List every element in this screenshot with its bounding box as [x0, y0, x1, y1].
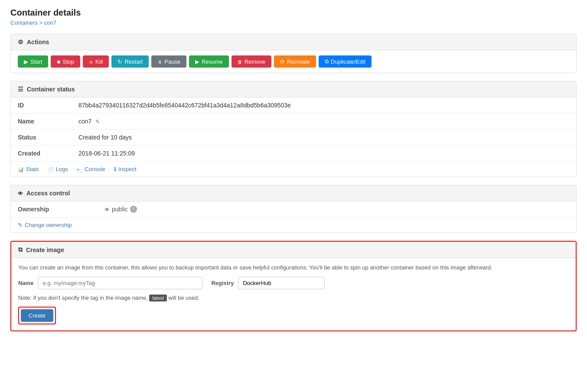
container-status-section: Container status ID 87bb4a279340116327d2…	[10, 81, 577, 177]
restart-button[interactable]: Restart	[111, 55, 149, 68]
tab-inspect-label: Inspect	[118, 166, 137, 172]
recreate-button[interactable]: Recreate	[274, 55, 316, 68]
list-icon	[18, 86, 23, 93]
container-status-label: Container status	[27, 86, 75, 93]
page-title: Container details	[10, 8, 577, 18]
stop-button[interactable]: Stop	[51, 55, 80, 68]
tab-console[interactable]: Console	[77, 166, 105, 172]
access-control-label: Access control	[26, 190, 70, 197]
create-image-section: Create image You can create an image fro…	[10, 241, 577, 331]
actions-header: Actions	[11, 34, 576, 50]
tab-console-label: Console	[85, 166, 105, 172]
public-eye-icon	[104, 206, 110, 213]
help-icon[interactable]: ?	[130, 206, 137, 213]
tab-logs[interactable]: Logs	[48, 166, 68, 172]
stop-icon	[57, 58, 60, 65]
resume-icon	[195, 58, 199, 65]
change-ownership-label: Change ownership	[25, 222, 72, 228]
tab-stats[interactable]: Stats	[18, 166, 39, 172]
name-label: Name	[11, 113, 72, 130]
breadcrumb[interactable]: Containers > con7	[10, 19, 577, 26]
edit-icon	[18, 222, 23, 228]
create-button-box: Create	[18, 307, 56, 324]
latest-badge: latest	[149, 295, 166, 301]
status-label: Status	[11, 130, 72, 146]
registry-input[interactable]	[238, 277, 325, 289]
change-ownership-link[interactable]: Change ownership	[11, 217, 78, 233]
ownership-label: Ownership	[11, 201, 98, 217]
breadcrumb-containers-link[interactable]: Containers	[10, 19, 38, 26]
note-row: Note: if you don't specify the tag in th…	[18, 295, 569, 301]
note-suffix-text: will be used.	[168, 295, 199, 301]
remove-button[interactable]: Remove	[232, 55, 271, 68]
eye-icon	[18, 190, 23, 197]
start-button[interactable]: Start	[18, 55, 48, 68]
id-value: 87bb4a279340116327d2d4b5fe8540442c672bf4…	[72, 97, 576, 113]
refresh-icon	[117, 58, 122, 65]
access-control-header: Access control	[11, 185, 576, 201]
table-row: ID 87bb4a279340116327d2d4b5fe8540442c672…	[11, 97, 576, 113]
duplicate-icon	[325, 58, 329, 65]
registry-field-group: Registry	[211, 277, 325, 289]
name-input[interactable]	[38, 277, 202, 289]
table-row: Ownership public ?	[11, 201, 576, 217]
tab-logs-label: Logs	[56, 166, 68, 172]
created-value: 2018-06-21 11:25:09	[72, 146, 576, 162]
redo-icon	[280, 58, 285, 65]
note-prefix: Note: if you don't specify the tag in th…	[18, 295, 148, 301]
create-button[interactable]: Create	[21, 309, 53, 322]
actions-row: Start Stop Kill Restart Pause Resume Rem…	[11, 50, 576, 73]
actions-section: Actions Start Stop Kill Restart Pause Re…	[10, 34, 577, 73]
pause-button[interactable]: Pause	[151, 55, 186, 68]
name-field-group: Name	[18, 277, 202, 289]
play-icon	[24, 58, 28, 65]
public-badge: public ?	[104, 206, 137, 213]
ownership-value-cell: public ?	[98, 201, 576, 217]
name-field-label: Name	[18, 280, 33, 286]
breadcrumb-separator: >	[38, 19, 44, 26]
actions-header-label: Actions	[27, 39, 49, 45]
trash-icon	[238, 58, 242, 65]
status-table: ID 87bb4a279340116327d2d4b5fe8540442c672…	[11, 97, 576, 161]
access-table: Ownership public ?	[11, 201, 576, 217]
chart-icon	[18, 166, 24, 172]
table-row: Status Created for 10 days	[11, 130, 576, 146]
create-image-desc: You can create an image from this contai…	[18, 264, 569, 271]
ownership-value: public	[112, 206, 128, 213]
create-image-header: Create image	[11, 242, 576, 258]
table-row: Name con7	[11, 113, 576, 130]
create-image-form: Name Registry	[18, 277, 569, 289]
tab-inspect[interactable]: Inspect	[114, 166, 137, 172]
create-image-header-label: Create image	[26, 246, 64, 253]
resume-button[interactable]: Resume	[189, 55, 228, 68]
name-value: con7	[72, 113, 576, 130]
tabs-row: Stats Logs Console Inspect	[11, 161, 576, 177]
registry-label: Registry	[211, 280, 234, 286]
copy-icon	[18, 246, 23, 253]
name-edit-icon[interactable]	[95, 119, 100, 125]
terminal-icon	[77, 166, 82, 172]
container-status-header: Container status	[11, 81, 576, 97]
create-image-body: You can create an image from this contai…	[11, 258, 576, 330]
pause-icon	[157, 58, 162, 65]
kill-button[interactable]: Kill	[83, 55, 109, 68]
duplicate-button[interactable]: Duplicate/Edit	[319, 55, 372, 68]
tab-stats-label: Stats	[26, 166, 39, 172]
access-control-section: Access control Ownership public ? Change…	[10, 185, 577, 233]
created-label: Created	[11, 146, 72, 162]
file-icon	[48, 166, 54, 172]
info-icon	[114, 166, 116, 172]
breadcrumb-current: con7	[44, 19, 56, 26]
status-value: Created for 10 days	[72, 130, 576, 146]
table-row: Created 2018-06-21 11:25:09	[11, 146, 576, 162]
id-label: ID	[11, 97, 72, 113]
skull-icon	[89, 58, 93, 65]
gear-icon	[18, 39, 23, 45]
